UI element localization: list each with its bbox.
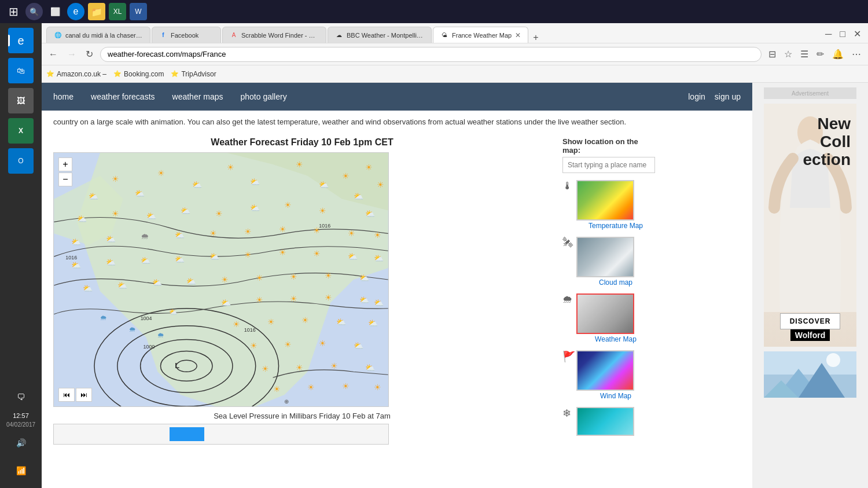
store-app-icon[interactable]: 🛍	[8, 58, 34, 83]
zoom-out-button[interactable]: −	[58, 173, 72, 186]
svg-text:☀: ☀	[112, 208, 119, 218]
forward-button[interactable]: →	[65, 47, 79, 62]
tab-canal-favicon: 🌐	[54, 31, 62, 39]
edge-icon[interactable]: e	[67, 3, 84, 20]
wind-thumb[interactable]	[576, 350, 634, 391]
map-playback-controls: ⏮ ⏭	[58, 388, 92, 402]
bookmark-tripadvisor[interactable]: ⭐ TripAdvisor	[171, 70, 216, 78]
close-button[interactable]: ✕	[851, 27, 863, 41]
weather-icon: 🌧	[562, 293, 574, 306]
spreadsheet-icon[interactable]: XL	[109, 3, 126, 20]
edit-button[interactable]: ✏	[814, 47, 826, 61]
address-bar: ← → ↻ ⊟ ☆ ☰ ✏ 🔔 ⋯	[42, 43, 868, 65]
nav-home[interactable]: home	[53, 90, 73, 104]
map-type-weather: 🌧 Weather Map	[562, 293, 655, 343]
nav-weather-forecasts[interactable]: weather forecasts	[91, 90, 155, 104]
bookmark-tripadvisor-icon: ⭐	[171, 70, 179, 78]
other-thumb[interactable]	[576, 407, 634, 436]
volume-icon[interactable]: 🔊	[8, 430, 34, 456]
tab-close-icon[interactable]: ✕	[515, 31, 521, 39]
cloud-thumb[interactable]	[576, 237, 634, 277]
svg-text:🌧: 🌧	[158, 331, 165, 339]
explorer-icon[interactable]: 📁	[88, 3, 105, 20]
toolbar-actions: ⊟ ☆ ☰ ✏ 🔔 ⋯	[766, 47, 863, 61]
svg-text:⛅: ⛅	[146, 211, 157, 221]
tab-france-weather[interactable]: 🌤 France Weather Map ✕	[433, 27, 528, 43]
nav-weather-maps[interactable]: weather maps	[172, 90, 223, 104]
bookmark-booking-label: Booking.com	[124, 70, 164, 78]
bookmark-booking[interactable]: ⭐ Booking.com	[113, 70, 164, 78]
wind-map-label[interactable]: Wind Map	[576, 392, 655, 400]
network-icon[interactable]: 📶	[8, 458, 34, 483]
ad-fashion-banner[interactable]: NewCollection DISCOVER Wolford	[764, 104, 856, 347]
svg-text:⛅: ⛅	[374, 254, 384, 263]
svg-text:⛅: ⛅	[135, 188, 145, 198]
svg-text:⛅: ⛅	[365, 363, 376, 373]
map-controls: + −	[58, 157, 72, 186]
word-icon[interactable]: W	[130, 3, 147, 20]
prev-frame-button[interactable]: ⏮	[58, 388, 75, 402]
nav-signup[interactable]: sign up	[715, 90, 741, 104]
svg-text:☀: ☀	[285, 200, 292, 209]
weather-map-container[interactable]: + −	[53, 152, 389, 407]
taskview-icon[interactable]: ⬜	[46, 3, 64, 20]
tab-scrabble[interactable]: A Scrabble Word Finder - Scra	[222, 27, 326, 43]
tab-facebook[interactable]: f Facebook	[152, 27, 221, 43]
ad-column: Advertisement	[752, 83, 868, 488]
svg-text:☀: ☀	[348, 229, 355, 238]
svg-text:☀: ☀	[267, 317, 275, 326]
nav-right: login sign up	[688, 90, 741, 104]
outlook-app-icon[interactable]: O	[8, 148, 34, 174]
tab-facebook-favicon: f	[159, 31, 167, 39]
notifications-button[interactable]: 🔔	[830, 47, 846, 61]
bookmark-amazon-icon: ⭐	[46, 70, 54, 78]
ad-second-banner[interactable]	[764, 351, 856, 398]
svg-text:☀: ☀	[374, 230, 381, 240]
bookmark-amazon[interactable]: ⭐ Amazon.co.uk –	[46, 70, 106, 78]
nav-photo-gallery[interactable]: photo gallery	[240, 90, 286, 104]
photos-app-icon[interactable]: 🖼	[8, 88, 34, 113]
temperature-map-label[interactable]: Temperature Map	[576, 222, 655, 230]
minimize-button[interactable]: ─	[823, 27, 834, 41]
system-time: 12:57	[13, 412, 29, 419]
ad-discover-button[interactable]: DISCOVER	[780, 313, 841, 329]
notification-icon[interactable]: 🗨	[8, 384, 34, 410]
new-tab-button[interactable]: +	[529, 32, 542, 43]
location-input[interactable]	[562, 157, 655, 173]
refresh-button[interactable]: ↻	[83, 46, 95, 62]
favorite-button[interactable]: ☆	[782, 47, 795, 61]
svg-text:⛅: ⛅	[319, 179, 329, 189]
weather-map-label[interactable]: Weather Map	[576, 335, 655, 343]
settings-button[interactable]: ☰	[798, 47, 811, 61]
excel-app-icon[interactable]: X	[8, 118, 34, 144]
svg-text:⛅: ⛅	[141, 256, 151, 266]
back-button[interactable]: ←	[46, 47, 60, 62]
svg-text:☀: ☀	[342, 171, 350, 180]
svg-text:⛅: ⛅	[186, 276, 197, 286]
svg-text:⛅: ⛅	[89, 191, 99, 201]
wind-icon: 🚩	[562, 350, 574, 363]
weather-map-info: Weather Map	[576, 293, 655, 343]
cortana-icon[interactable]: 🔍	[25, 3, 43, 20]
edge-app-icon[interactable]: e	[8, 28, 34, 53]
cloud-map-label[interactable]: Cloud map	[576, 278, 655, 287]
weather-thumb[interactable]	[576, 293, 634, 334]
content-area: home weather forecasts weather maps phot…	[42, 83, 868, 488]
maximize-button[interactable]: □	[837, 27, 848, 41]
nav-login[interactable]: login	[688, 90, 705, 104]
tab-canal[interactable]: 🌐 canal du midi à la chaser Fe	[46, 27, 150, 43]
temperature-thumb[interactable]	[576, 180, 634, 221]
sea-level-title: Sea Level Pressure in Millibars Friday 1…	[53, 412, 551, 420]
windows-start-icon[interactable]: ⊞	[5, 3, 22, 20]
svg-text:⛅: ⛅	[175, 230, 185, 240]
more-button[interactable]: ⋯	[849, 47, 863, 61]
reader-view-button[interactable]: ⊟	[766, 47, 778, 61]
svg-point-99	[826, 353, 840, 367]
next-frame-button[interactable]: ⏭	[76, 388, 92, 402]
zoom-in-button[interactable]: +	[58, 157, 72, 171]
sea-level-bar	[53, 424, 389, 445]
svg-text:⛅: ⛅	[175, 255, 185, 265]
map-type-cloud: 🛰 Cloud map	[562, 237, 655, 287]
url-input[interactable]	[100, 47, 762, 62]
tab-bbc[interactable]: ☁ BBC Weather - Montpellier-	[328, 27, 432, 43]
